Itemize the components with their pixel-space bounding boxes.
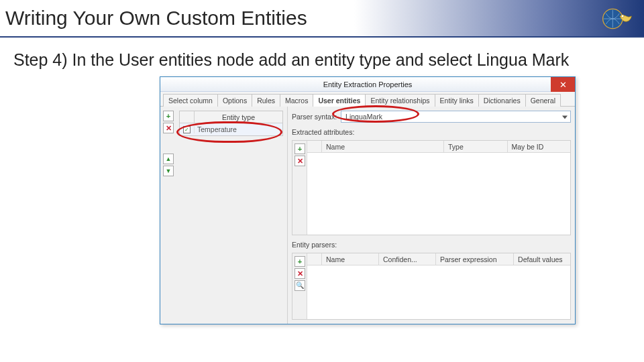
remove-icon: ✕ bbox=[166, 125, 172, 132]
add-parser-button[interactable]: + bbox=[294, 256, 305, 267]
magnify-icon: 🔍 bbox=[296, 282, 304, 289]
dialog-content: + ✕ ▲ ▼ Entity type ✓ Temperature bbox=[160, 107, 575, 324]
tab-label: Entity relationships bbox=[370, 97, 429, 105]
tab-entity-relationships[interactable]: Entity relationships bbox=[365, 94, 435, 107]
parser-syntax-value: LinguaMark bbox=[345, 113, 382, 121]
attributes-grid-header: Name Type May be ID bbox=[307, 141, 570, 153]
plus-icon: + bbox=[298, 145, 302, 153]
tab-strip: Select column Options Rules Macros User … bbox=[160, 92, 575, 107]
arrow-up-icon: ▲ bbox=[166, 156, 172, 162]
slide-title: Writing Your Own Custom Entities bbox=[5, 7, 307, 29]
attributes-grid-body[interactable] bbox=[307, 153, 570, 235]
parser-col-name: Name bbox=[322, 253, 379, 265]
tab-label: General bbox=[531, 97, 555, 105]
entity-extraction-dialog: Entity Extraction Properties ✕ Select co… bbox=[160, 76, 576, 324]
tab-rules[interactable]: Rules bbox=[252, 94, 280, 107]
parser-syntax-row: Parser syntax: LinguaMark bbox=[292, 111, 571, 123]
parser-col-expression: Parser expression bbox=[436, 253, 514, 265]
parser-syntax-label: Parser syntax: bbox=[292, 113, 337, 121]
body-area: Step 4) In the User entities node add an… bbox=[0, 38, 644, 70]
close-icon: ✕ bbox=[559, 80, 567, 89]
tab-label: Entity links bbox=[440, 97, 474, 105]
entity-parsers-panel: + ✕ 🔍 Name Confiden... Parser expression… bbox=[292, 253, 571, 320]
arrow-down-icon: ▼ bbox=[166, 168, 172, 174]
parsers-grid: Name Confiden... Parser expression Defau… bbox=[307, 253, 570, 319]
extracted-attributes-label: Extracted attributes: bbox=[292, 128, 571, 136]
extracted-attributes-panel: + ✕ Name Type May be ID bbox=[292, 140, 571, 235]
svg-point-1 bbox=[621, 15, 624, 17]
tab-label: Rules bbox=[257, 97, 275, 105]
inspect-parser-button[interactable]: 🔍 bbox=[294, 280, 305, 291]
entity-type-button-column: + ✕ ▲ ▼ bbox=[163, 111, 175, 176]
tab-label: Select column bbox=[168, 97, 213, 105]
attr-col-name: Name bbox=[322, 141, 444, 152]
tab-label: Macros bbox=[285, 97, 308, 105]
logo bbox=[597, 4, 637, 34]
right-panel: Parser syntax: LinguaMark Extracted attr… bbox=[288, 107, 575, 324]
parser-col-confidence: Confiden... bbox=[379, 253, 436, 265]
parser-syntax-dropdown[interactable]: LinguaMark bbox=[341, 111, 571, 123]
tab-dictionaries[interactable]: Dictionaries bbox=[478, 94, 526, 107]
tab-macros[interactable]: Macros bbox=[280, 94, 313, 107]
tab-label: Options bbox=[223, 97, 247, 105]
move-down-button[interactable]: ▼ bbox=[163, 166, 174, 176]
remove-icon: ✕ bbox=[297, 270, 303, 278]
tab-label: Dictionaries bbox=[484, 97, 521, 105]
entity-parsers-label: Entity parsers: bbox=[292, 241, 571, 249]
entity-type-column-header: Entity type bbox=[195, 111, 282, 123]
entity-type-table: Entity type ✓ Temperature bbox=[179, 111, 283, 136]
attribute-button-column: + ✕ bbox=[292, 141, 307, 235]
remove-parser-button[interactable]: ✕ bbox=[294, 268, 305, 279]
parsers-grid-body[interactable] bbox=[307, 265, 570, 319]
parser-button-column: + ✕ 🔍 bbox=[292, 253, 307, 319]
parsers-grid-header: Name Confiden... Parser expression Defau… bbox=[307, 253, 570, 265]
row-checkbox[interactable]: ✓ bbox=[183, 126, 191, 133]
parser-col-blank bbox=[307, 253, 322, 265]
attr-col-maybe-id: May be ID bbox=[508, 141, 571, 152]
tab-options[interactable]: Options bbox=[217, 94, 252, 107]
tab-entity-links[interactable]: Entity links bbox=[435, 94, 479, 107]
tab-general[interactable]: General bbox=[525, 94, 561, 107]
tab-user-entities[interactable]: User entities bbox=[313, 94, 366, 107]
attr-col-blank bbox=[307, 141, 322, 152]
close-button[interactable]: ✕ bbox=[551, 77, 575, 92]
add-attribute-button[interactable]: + bbox=[294, 143, 305, 154]
table-row[interactable]: ✓ Temperature bbox=[180, 123, 282, 135]
entity-type-table-header: Entity type bbox=[180, 111, 282, 123]
plus-icon: + bbox=[166, 113, 170, 120]
remove-attribute-button[interactable]: ✕ bbox=[294, 156, 305, 166]
parser-col-defaults: Default values bbox=[514, 253, 570, 265]
entity-type-name: Temperature bbox=[195, 125, 282, 133]
attr-col-type: Type bbox=[444, 141, 508, 152]
dialog-titlebar: Entity Extraction Properties ✕ bbox=[160, 77, 575, 92]
checkbox-column-header bbox=[180, 111, 195, 123]
move-up-button[interactable]: ▲ bbox=[163, 154, 174, 164]
entity-type-panel: + ✕ ▲ ▼ Entity type ✓ Temperature bbox=[160, 107, 288, 324]
tab-label: User entities bbox=[318, 97, 360, 105]
remove-entity-type-button[interactable]: ✕ bbox=[163, 123, 174, 133]
remove-icon: ✕ bbox=[297, 158, 303, 165]
row-checkbox-cell: ✓ bbox=[180, 126, 195, 133]
slide-title-bar: Writing Your Own Custom Entities bbox=[0, 0, 644, 38]
plus-icon: + bbox=[298, 258, 302, 265]
dialog-title: Entity Extraction Properties bbox=[323, 80, 413, 88]
step-text: Step 4) In the User entities node add an… bbox=[13, 50, 631, 70]
tab-select-column[interactable]: Select column bbox=[163, 94, 218, 107]
attributes-grid: Name Type May be ID bbox=[307, 141, 570, 235]
add-entity-type-button[interactable]: + bbox=[163, 111, 174, 121]
